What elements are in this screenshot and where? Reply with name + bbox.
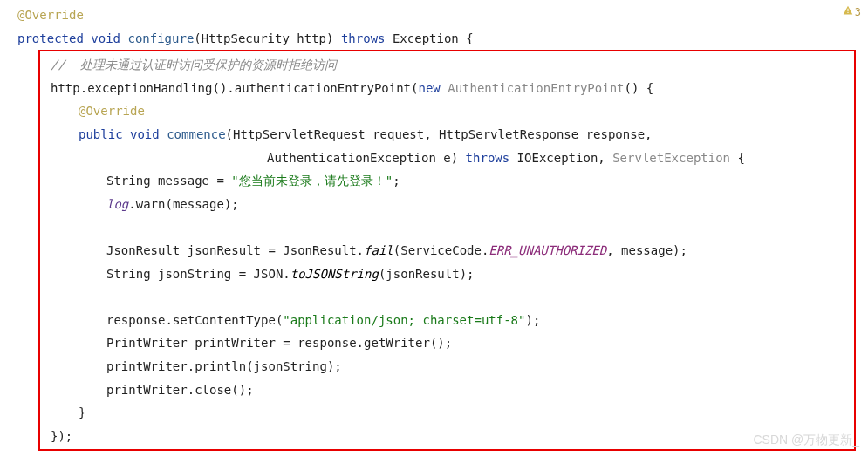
code-line-brace: } bbox=[44, 401, 851, 425]
warning-indicator[interactable]: 3 bbox=[843, 3, 861, 23]
code-line: PrintWriter printWriter = response.getWr… bbox=[44, 331, 851, 355]
code-line: http.exceptionHandling().authenticationE… bbox=[44, 77, 851, 100]
warning-triangle-icon bbox=[843, 3, 853, 23]
code-editor[interactable]: @Override protected void configure(HttpS… bbox=[7, 3, 861, 451]
code-line-inner-method-sig: public void commence(HttpServletRequest … bbox=[44, 123, 851, 147]
code-line: log.warn(message); bbox=[44, 193, 851, 216]
code-line-blank bbox=[44, 285, 851, 309]
code-line: JsonResult jsonResult = JsonResult.fail(… bbox=[44, 239, 851, 263]
code-line-brace: }); bbox=[44, 425, 851, 448]
code-line: printWriter.close(); bbox=[44, 379, 851, 402]
code-line: printWriter.println(jsonString); bbox=[44, 355, 851, 379]
code-line: String message = "您当前未登录，请先登录！"; bbox=[44, 169, 851, 193]
code-line-annotation: @Override bbox=[7, 3, 861, 27]
highlighted-code-block: // 处理未通过认证时访问受保护的资源时拒绝访问 http.exceptionH… bbox=[38, 50, 856, 451]
svg-rect-0 bbox=[847, 9, 848, 11]
code-line-params-cont: AuthenticationException e) throws IOExce… bbox=[44, 147, 851, 170]
code-line-annotation: @Override bbox=[44, 99, 851, 123]
warning-count: 3 bbox=[855, 3, 861, 23]
svg-rect-1 bbox=[847, 12, 848, 13]
code-line-method-sig: protected void configure(HttpSecurity ht… bbox=[7, 27, 861, 51]
code-line: response.setContentType("application/jso… bbox=[44, 309, 851, 332]
code-line: String jsonString = JSON.toJSONString(js… bbox=[44, 263, 851, 286]
code-line-blank bbox=[44, 215, 851, 239]
code-line-comment: // 处理未通过认证时访问受保护的资源时拒绝访问 bbox=[44, 53, 851, 77]
